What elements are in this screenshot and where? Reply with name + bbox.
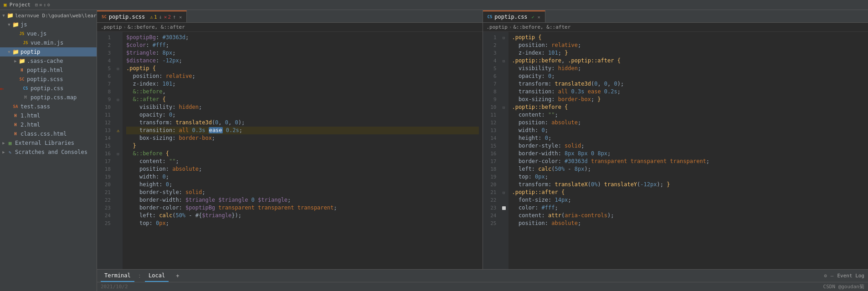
sidebar-label-2html: 2.html	[21, 122, 40, 128]
arrow-indicator: ←	[0, 85, 4, 92]
code-line-22: border-width: $triangle $triangle 0 $tri…	[126, 196, 479, 204]
map-icon: M	[22, 94, 29, 101]
expand-arrow: ▼	[6, 50, 12, 54]
code-line-14: box-sizing: border-box;	[126, 134, 479, 142]
code-line-r21: .poptip::after {	[512, 189, 865, 196]
fold-icon-r4[interactable]: ⊟	[503, 59, 505, 63]
folder-icon: 📁	[6, 12, 14, 19]
code-line-r17: border-color: #30363d transparent transp…	[512, 158, 865, 165]
code-line-11: opacity: 0;	[126, 111, 479, 119]
sidebar-label-learnvue: learnvue D:\goudan\web\learnvue	[15, 13, 97, 19]
breadcrumb-pseudo: &::before, &::after	[128, 24, 185, 30]
sidebar-item-vuejs[interactable]: JS vue.js	[0, 29, 97, 38]
sidebar-item-2html[interactable]: H 2.html	[0, 120, 97, 129]
grid-icon[interactable]: ⊞	[35, 2, 38, 7]
breadcrumb-poptip: .poptip	[101, 24, 122, 30]
code-line-r1: .poptip {	[512, 34, 865, 41]
right-tab-close[interactable]: ✕	[538, 15, 540, 20]
sidebar-label-poptipscss: poptip.scss	[27, 76, 63, 82]
code-line-r22: font-size: 14px;	[512, 196, 865, 204]
code-line-6: position: relative;	[126, 72, 479, 80]
code-line-21: border-style: solid;	[126, 189, 479, 196]
sidebar-item-learnvue[interactable]: ▼ 📁 learnvue D:\goudan\web\learnvue	[0, 11, 97, 20]
left-tab-bar: SC poptip.scss ⚠1 ↓ ✕2 ↑ ✕	[97, 10, 483, 23]
title-bar: ▣ Project ⊞ ≡ ↕ ⚙	[0, 0, 868, 10]
event-log-label[interactable]: Event Log	[837, 273, 864, 279]
sidebar-item-poptipscss[interactable]: SC poptip.scss	[0, 75, 97, 84]
sidebar-item-js[interactable]: ▼ 📁 js	[0, 20, 97, 29]
code-line-r25: position: absolute;	[512, 220, 865, 227]
sidebar-item-testsass[interactable]: SA test.sass	[0, 102, 97, 111]
sidebar-label-poptip: poptip	[21, 49, 40, 55]
fold-icon-r1[interactable]: ⊟	[503, 36, 505, 40]
right-breadcrumb: .poptip › &::before, &::after	[483, 23, 868, 32]
right-editor-tab[interactable]: CS poptip.css ✓ ✕	[483, 10, 545, 22]
right-code-content[interactable]: .poptip { position: relative; z-index: 1…	[508, 32, 868, 269]
js-icon: JS	[18, 31, 26, 37]
list-icon[interactable]: ≡	[39, 2, 42, 7]
ext-lib-icon: ▦	[6, 140, 14, 146]
local-label: Local	[149, 272, 165, 279]
terminal-tab[interactable]: Terminal	[101, 270, 134, 282]
code-line-15: }	[126, 142, 479, 150]
gear-icon[interactable]: ⚙	[47, 2, 50, 7]
sidebar-item-poptipcss[interactable]: CS poptip.css ←	[0, 84, 97, 93]
plus-tab[interactable]: +	[172, 270, 183, 282]
code-line-12: transform: translate3d(0, 0, 0);	[126, 119, 479, 127]
sidebar-label-scratches: Scratches and Consoles	[15, 149, 87, 155]
sidebar-item-poptip[interactable]: ▼ 📁 poptip	[0, 47, 97, 56]
tab-check-icon: ✓	[532, 15, 534, 20]
folder-icon: 📁	[12, 21, 19, 28]
tab-warnings: ⚠1 ↓ ✕2 ↑	[150, 14, 176, 20]
sidebar-item-vueminjs[interactable]: JS vue.min.js	[0, 38, 97, 47]
left-breadcrumb: .poptip › &::before, &::after	[97, 23, 483, 32]
fold-icon-9[interactable]: ⊟	[117, 97, 119, 102]
left-code-content[interactable]: $poptipBg: #30363d; $color: #fff; $trian…	[123, 32, 483, 269]
sidebar-item-poptiphtml[interactable]: H poptip.html	[0, 66, 97, 75]
left-editor-tab[interactable]: SC poptip.scss ⚠1 ↓ ✕2 ↑ ✕	[97, 10, 187, 22]
sort-icon[interactable]: ↕	[43, 2, 46, 7]
arrow-down-icon: ↓	[159, 14, 162, 20]
sidebar-item-external-libraries[interactable]: ▶ ▦ External Libraries	[0, 138, 97, 148]
code-line-9: &::after {	[126, 96, 479, 103]
code-line-r8: transition: all 0.3s ease 0.2s;	[512, 88, 865, 96]
sidebar-label-external: External Libraries	[15, 140, 74, 146]
right-code-area: 12345 678910 1112131415 1617181920 21222…	[483, 32, 868, 269]
code-line-19: width: 0;	[126, 173, 479, 181]
sidebar-item-classcsshtml[interactable]: H class.css.html	[0, 129, 97, 138]
editor-area: SC poptip.scss ⚠1 ↓ ✕2 ↑ ✕ .poptip ›	[97, 10, 868, 291]
css-tab-icon: CS	[488, 15, 493, 19]
html-icon: H	[18, 67, 26, 73]
sidebar-label-classcsshtml: class.css.html	[21, 131, 67, 137]
minus-icon[interactable]: —	[831, 273, 834, 279]
html-icon: H	[12, 122, 19, 128]
expand-arrow: ▶	[13, 59, 18, 63]
sidebar-item-sass-cache[interactable]: ▶ 📁 .sass-cache	[0, 56, 97, 66]
fold-icon-5[interactable]: ⊟	[117, 66, 119, 71]
left-tab-label: poptip.scss	[109, 14, 145, 20]
left-gutter: ⊟ ⊟ ⚠ ⊟	[113, 32, 123, 269]
scratch-icon: ✎	[6, 149, 14, 155]
status-date: 2021/10/2	[101, 284, 128, 290]
code-line-5: .poptip {	[126, 65, 479, 72]
code-line-4: $distance: -12px;	[126, 57, 479, 65]
sidebar-item-poptipcssmap[interactable]: M poptip.css.map	[0, 93, 97, 102]
local-tab[interactable]: Local	[145, 270, 169, 282]
fold-icon-r21[interactable]: ⊟	[503, 190, 505, 195]
sidebar-item-1html[interactable]: H 1.html	[0, 111, 97, 120]
gear-bottom-icon[interactable]: ⚙	[824, 273, 827, 279]
code-line-r19: top: 0px;	[512, 173, 865, 181]
js-icon: JS	[22, 40, 29, 46]
terminal-label: Terminal	[104, 272, 131, 279]
project-icon: ▣	[4, 2, 7, 8]
warning-badge: ⚠1	[150, 14, 157, 20]
sidebar-label-sass-cache: .sass-cache	[27, 58, 63, 64]
sidebar-item-scratches[interactable]: ▶ ✎ Scratches and Consoles	[0, 148, 97, 157]
sidebar-label-poptipcss: poptip.css	[31, 85, 63, 92]
fold-icon-r10[interactable]: ⊟	[503, 105, 505, 110]
left-tab-close[interactable]: ✕	[179, 15, 182, 20]
fold-icon-16[interactable]: ⊟	[117, 152, 119, 156]
sidebar-label-testsass: test.sass	[21, 103, 50, 110]
sidebar-label-vueminjs: vue.min.js	[31, 40, 63, 46]
code-line-3: $triangle: 8px;	[126, 49, 479, 57]
